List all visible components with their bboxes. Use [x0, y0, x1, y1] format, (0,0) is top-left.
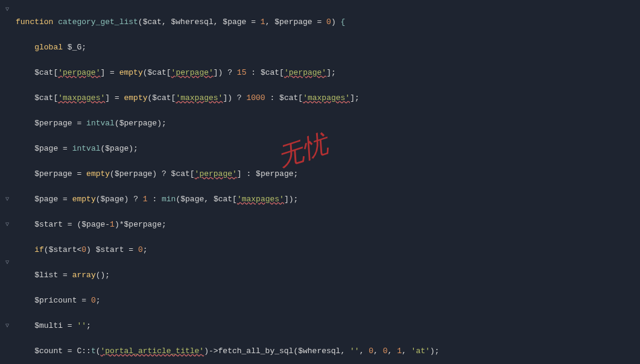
fold-marker [0, 79, 14, 92]
fold-marker [0, 117, 14, 130]
fold-marker [0, 155, 14, 168]
code-line[interactable]: $start = ($page-1)*$perpage; [16, 218, 640, 231]
fold-marker [0, 54, 14, 66]
code-editor: ▽ ▽ ▽ ▽ ▽ function category_get_list($ca… [0, 0, 640, 364]
fold-marker [0, 28, 14, 41]
fold-marker [0, 281, 14, 294]
code-line[interactable]: $pricount = 0; [16, 294, 640, 307]
fold-marker[interactable]: ▽ [0, 218, 14, 231]
fold-marker [0, 345, 14, 357]
fold-marker [0, 231, 14, 243]
fold-marker[interactable]: ▽ [0, 3, 14, 16]
code-line[interactable]: $multi = ''; [16, 319, 640, 332]
fold-marker [0, 307, 14, 319]
fold-marker [0, 243, 14, 256]
fold-marker[interactable]: ▽ [0, 193, 14, 206]
fold-gutter: ▽ ▽ ▽ ▽ ▽ [0, 0, 14, 364]
code-line[interactable]: $perpage = intval($perpage); [16, 117, 640, 130]
code-line[interactable]: $page = intval($page); [16, 142, 640, 155]
fold-marker [0, 332, 14, 345]
fold-marker [0, 92, 14, 104]
fold-marker [0, 142, 14, 155]
fold-marker [0, 41, 14, 54]
code-line[interactable]: $count = C::t('portal_article_title')->f… [16, 345, 640, 357]
code-line[interactable]: $perpage = empty($perpage) ? $cat['perpa… [16, 168, 640, 180]
code-line[interactable]: $page = empty($page) ? 1 : min($page, $c… [16, 193, 640, 206]
fold-marker[interactable]: ▽ [0, 256, 14, 269]
code-line[interactable]: function category_get_list($cat, $wheres… [16, 16, 640, 28]
code-area[interactable]: function category_get_list($cat, $wheres… [14, 0, 640, 364]
fold-marker [0, 269, 14, 281]
fold-marker [0, 180, 14, 193]
fold-marker [0, 206, 14, 218]
fold-marker [0, 168, 14, 180]
fold-marker [0, 104, 14, 117]
fold-marker [0, 357, 14, 364]
fold-marker [0, 16, 14, 28]
code-line[interactable]: $cat['perpage'] = empty($cat['perpage'])… [16, 66, 640, 79]
fold-marker [0, 294, 14, 307]
code-line[interactable]: $cat['maxpages'] = empty($cat['maxpages'… [16, 92, 640, 104]
code-line[interactable]: $list = array(); [16, 269, 640, 281]
code-line[interactable]: global $_G; [16, 41, 640, 54]
fold-marker [0, 130, 14, 142]
code-line[interactable]: if($start<0) $start = 0; [16, 243, 640, 256]
fold-marker [0, 66, 14, 79]
fold-marker[interactable]: ▽ [0, 319, 14, 332]
